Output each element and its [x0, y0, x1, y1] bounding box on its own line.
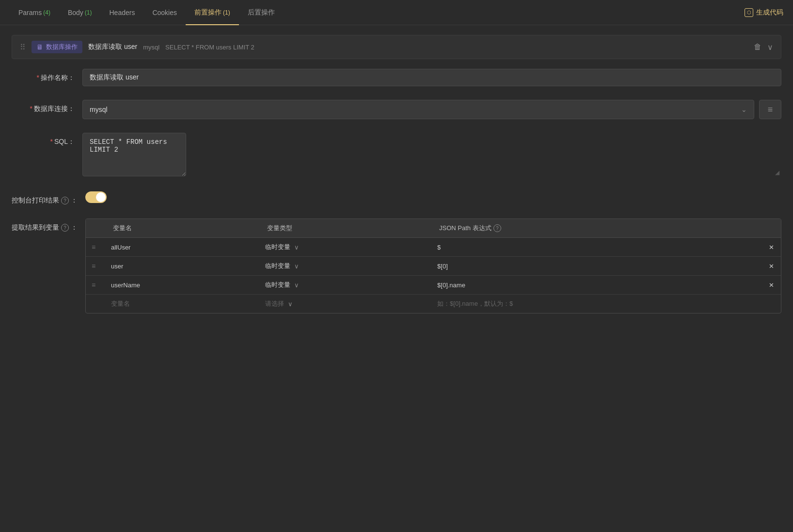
var-type-select[interactable]: 临时变量 ∨	[265, 243, 426, 251]
sql-container: ◢	[82, 133, 781, 178]
database-select[interactable]: mysql ⌄	[82, 100, 754, 119]
var-type-value: 临时变量	[265, 243, 290, 251]
operation-name-row: *操作名称：	[12, 69, 781, 86]
var-type-select[interactable]: 临时变量 ∨	[265, 262, 426, 270]
database-connection-row: *数据库连接： mysql ⌄ ≡	[12, 100, 781, 119]
th-action	[761, 219, 781, 238]
chevron-down-icon: ∨	[288, 300, 293, 308]
console-help-icon[interactable]: ?	[61, 197, 69, 204]
tab-post-ops[interactable]: 后置操作	[239, 0, 284, 25]
required-star-db: *	[30, 105, 32, 112]
variables-section: 提取结果到变量 ? ： 变量名 变量类型	[12, 219, 781, 313]
chevron-down-icon: ∨	[294, 282, 299, 289]
operation-sql-preview: SELECT * FROM users LIMIT 2	[165, 44, 748, 51]
variables-label: 提取结果到变量 ? ：	[12, 219, 78, 232]
tab-bar: Params(4) Body(1) Headers Cookies 前置操作(1…	[0, 0, 793, 25]
var-type-value: 请选择	[265, 299, 284, 308]
var-name-placeholder: 变量名	[111, 300, 130, 307]
operation-name-label: *操作名称：	[12, 69, 75, 82]
table-row: ≡ allUser 临时变量 ∨ $ ✕	[86, 238, 781, 257]
var-name-value: allUser	[111, 244, 130, 251]
var-name-value: userName	[111, 282, 140, 289]
generate-code-icon: ⬡	[745, 8, 753, 17]
row-drag-icon[interactable]: ≡	[92, 262, 95, 270]
console-toggle[interactable]	[85, 191, 107, 203]
sql-textarea[interactable]	[82, 133, 186, 176]
operation-bar: ⠿ 🖥 数据库操作 数据库读取 user mysql SELECT * FROM…	[12, 35, 781, 59]
drag-handle-icon[interactable]: ⠿	[20, 43, 26, 52]
var-type-select[interactable]: 请选择 ∨	[265, 299, 426, 308]
var-type-select[interactable]: 临时变量 ∨	[265, 281, 426, 289]
var-type-value: 临时变量	[265, 262, 290, 270]
tab-cookies[interactable]: Cookies	[143, 0, 186, 25]
console-label-group: 控制台打印结果 ? ：	[12, 196, 78, 205]
chevron-down-icon: ⌄	[741, 106, 747, 113]
database-select-wrapper: mysql ⌄ ≡	[82, 100, 781, 119]
jsonpath-value: $[0].name	[437, 282, 465, 289]
row-drag-icon[interactable]: ≡	[92, 281, 95, 289]
table-row: ≡ userName 临时变量 ∨ $[0].name ✕	[86, 276, 781, 295]
jsonpath-help-icon[interactable]: ?	[493, 224, 501, 232]
toggle-row	[85, 191, 107, 203]
operation-db-type: mysql	[143, 44, 159, 51]
th-jsonpath-group: JSON Path 表达式 ?	[439, 224, 754, 233]
required-star: *	[37, 74, 39, 81]
jsonpath-placeholder: 如：$[0].name，默认为：$	[437, 300, 513, 307]
operation-name: 数据库读取 user	[88, 43, 137, 51]
operation-tag: 🖥 数据库操作	[32, 41, 82, 53]
sql-row: *SQL： ◢	[12, 133, 781, 178]
database-list-button[interactable]: ≡	[759, 100, 781, 119]
chevron-down-icon: ∨	[294, 244, 299, 251]
console-print-label: 控制台打印结果 ? ：	[12, 191, 78, 205]
resize-indicator: ◢	[775, 169, 779, 176]
tab-pre-ops[interactable]: 前置操作(1)	[186, 0, 239, 25]
table-header-row: 变量名 变量类型 JSON Path 表达式 ?	[86, 219, 781, 238]
operation-bar-actions: 🗑 ∨	[754, 43, 773, 52]
var-type-value: 临时变量	[265, 281, 290, 289]
database-icon: 🖥	[36, 43, 43, 51]
table-row: ≡ user 临时变量 ∨ $[0] ✕	[86, 257, 781, 276]
form-area: *操作名称： *数据库连接： mysql ⌄ ≡ *SQL： ◢	[0, 69, 793, 339]
extract-help-icon[interactable]: ?	[61, 224, 69, 232]
row-delete-icon[interactable]: ✕	[769, 244, 774, 251]
sql-label: *SQL：	[12, 133, 75, 146]
operation-expand-button[interactable]: ∨	[767, 43, 773, 52]
th-name: 变量名	[105, 219, 259, 238]
console-print-row: 控制台打印结果 ? ：	[12, 191, 781, 205]
jsonpath-value: $[0]	[437, 263, 448, 270]
row-delete-icon[interactable]: ✕	[769, 282, 774, 289]
row-drag-icon[interactable]: ≡	[92, 243, 95, 251]
toggle-knob	[96, 192, 106, 202]
operation-name-input[interactable]	[82, 69, 781, 86]
database-connection-label: *数据库连接：	[12, 100, 75, 113]
table-row: 变量名 请选择 ∨ 如：$[0].name，默认为：$	[86, 295, 781, 313]
row-delete-icon[interactable]: ✕	[769, 263, 774, 270]
variables-table-wrapper: 变量名 变量类型 JSON Path 表达式 ?	[85, 219, 781, 313]
var-name-value: user	[111, 263, 123, 270]
list-icon: ≡	[768, 105, 773, 115]
generate-code-button[interactable]: ⬡ 生成代码	[745, 8, 783, 17]
th-drag	[86, 219, 105, 238]
th-type: 变量类型	[259, 219, 432, 238]
tab-headers[interactable]: Headers	[101, 0, 144, 25]
tab-body[interactable]: Body(1)	[59, 0, 101, 25]
chevron-down-icon: ∨	[294, 263, 299, 270]
operation-delete-button[interactable]: 🗑	[754, 43, 761, 51]
jsonpath-value: $	[437, 244, 441, 251]
variables-table: 变量名 变量类型 JSON Path 表达式 ?	[86, 219, 781, 313]
required-star-sql: *	[50, 138, 53, 145]
tab-params[interactable]: Params(4)	[10, 0, 59, 25]
th-jsonpath: JSON Path 表达式 ?	[431, 219, 761, 238]
